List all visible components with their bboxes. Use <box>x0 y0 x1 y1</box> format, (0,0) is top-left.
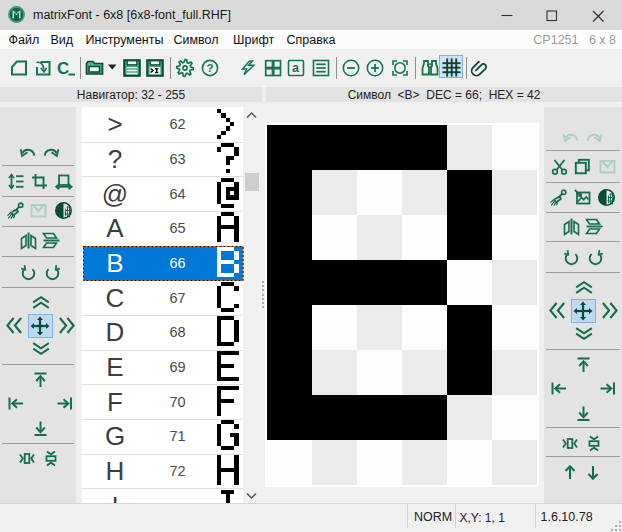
svg-text:?: ? <box>206 62 213 74</box>
svg-text:a: a <box>292 61 300 75</box>
svg-text:C: C <box>57 58 69 77</box>
